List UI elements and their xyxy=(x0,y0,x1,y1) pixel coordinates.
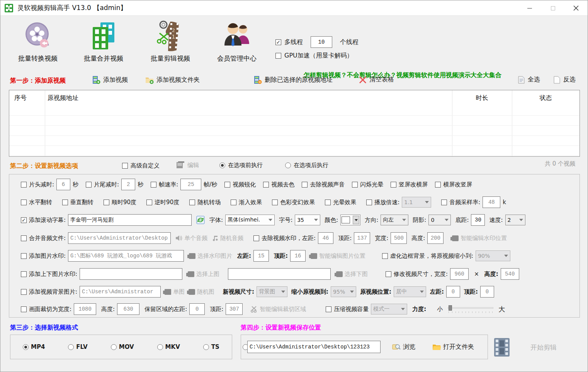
thread-count-input[interactable] xyxy=(311,36,332,48)
font-select[interactable]: 黑体(simhei. xyxy=(225,215,275,225)
select-all-button[interactable]: 全选 xyxy=(517,76,540,84)
rotate-ccw-checkbox[interactable] xyxy=(146,200,152,205)
resize-video-checkbox[interactable] xyxy=(386,271,391,277)
sample-rate-input[interactable] xyxy=(483,196,500,208)
rotate-cw-checkbox[interactable] xyxy=(104,200,109,205)
bg-top-input[interactable] xyxy=(480,286,494,298)
gpu-checkbox[interactable] xyxy=(275,53,281,59)
minimize-button[interactable] xyxy=(518,0,541,16)
format-radio-flv[interactable] xyxy=(68,344,74,350)
halo-checkbox[interactable] xyxy=(325,200,331,205)
shrink-to-select[interactable]: 95% xyxy=(331,286,356,297)
horizontal-to-vertical-checkbox[interactable] xyxy=(435,182,441,188)
delete-selected-button[interactable]: 删除已选择的原视频地址 xyxy=(253,76,333,84)
toolbar-item-batch-edit[interactable]: 2 1 批量剪辑视频 xyxy=(141,20,199,63)
clear-table-button[interactable]: 清空表格 xyxy=(359,76,394,84)
add-folder-button[interactable]: 添加视频文件夹 xyxy=(145,76,200,84)
compress-mode-select[interactable]: 模式一 xyxy=(371,304,407,315)
head-trim-input[interactable] xyxy=(56,179,70,190)
format-radio-ts[interactable] xyxy=(203,344,209,350)
invert-selection-button[interactable]: 反选 xyxy=(553,76,576,84)
start-filmstrip-icon[interactable] xyxy=(492,337,512,357)
advanced-custom-checkbox[interactable] xyxy=(122,163,128,169)
open-folder-button[interactable]: 打开文件夹 xyxy=(432,343,474,351)
random-transition-checkbox[interactable] xyxy=(189,200,195,205)
watermark-width-input[interactable] xyxy=(391,232,407,244)
color-fx-checkbox[interactable] xyxy=(272,200,278,205)
playback-speed-checkbox[interactable] xyxy=(366,200,372,205)
image-left-input[interactable] xyxy=(253,250,269,262)
keep-top-input[interactable] xyxy=(226,303,243,315)
scroll-subtitle-input[interactable] xyxy=(68,214,192,226)
start-edit-button[interactable]: 开始剪辑 xyxy=(530,343,557,352)
top-bottom-watermark-checkbox[interactable] xyxy=(21,271,27,277)
merge-audio-checkbox[interactable] xyxy=(21,235,27,241)
merge-audio-path-input[interactable] xyxy=(68,232,171,244)
remove-watermark-checkbox[interactable] xyxy=(253,235,259,241)
toolbar-item-member-center[interactable]: 会员管理中心 xyxy=(208,20,266,63)
close-button[interactable] xyxy=(564,0,588,16)
image-watermark-path-input[interactable] xyxy=(68,250,184,262)
color-dropdown-button[interactable] xyxy=(353,216,359,224)
watermark-height-input[interactable] xyxy=(427,232,444,244)
image-top-input[interactable] xyxy=(290,250,306,262)
compress-checkbox[interactable] xyxy=(326,306,331,312)
keep-left-input[interactable] xyxy=(189,303,205,315)
flicker-checkbox[interactable] xyxy=(352,182,358,188)
format-radio-mkv[interactable] xyxy=(157,344,163,350)
blur-shrink-select[interactable]: 90% xyxy=(476,250,510,261)
tail-trim-input[interactable] xyxy=(121,179,135,190)
scroll-subtitle-checkbox[interactable] xyxy=(21,217,27,223)
format-option-mov[interactable]: MOV xyxy=(111,343,134,350)
refresh-subtitle-icon[interactable] xyxy=(196,215,205,225)
video-position-select[interactable]: 居中 xyxy=(394,286,426,297)
bottom-margin-input[interactable] xyxy=(471,214,485,226)
crop-height-input[interactable] xyxy=(117,303,139,315)
format-option-flv[interactable]: FLV xyxy=(68,343,87,350)
crop-width-input[interactable] xyxy=(74,303,96,315)
decolor-checkbox[interactable] xyxy=(263,182,269,188)
font-size-select[interactable]: 35 xyxy=(295,215,320,225)
fps-checkbox[interactable] xyxy=(151,182,156,188)
head-trim-checkbox[interactable] xyxy=(21,182,27,188)
crop-checkbox[interactable] xyxy=(21,306,27,312)
exec-after-option[interactable]: 在选项后执行 xyxy=(285,162,328,169)
maximize-button[interactable] xyxy=(541,0,564,16)
font-color-select[interactable] xyxy=(340,215,360,225)
bottom-image-path-input[interactable] xyxy=(228,268,331,280)
vertical-to-horizontal-checkbox[interactable] xyxy=(391,182,396,188)
flip-v-checkbox[interactable] xyxy=(62,200,68,205)
shadow-select[interactable]: 0 xyxy=(428,215,451,225)
format-radio-mp4[interactable] xyxy=(23,344,29,350)
exec-before-option[interactable]: 在选项前执行 xyxy=(219,162,263,169)
bg-image-checkbox[interactable] xyxy=(21,289,27,295)
fps-input[interactable] xyxy=(180,179,201,190)
blur-border-checkbox[interactable] xyxy=(382,253,388,259)
exec-after-radio[interactable] xyxy=(285,162,291,168)
bg-left-input[interactable] xyxy=(446,286,460,298)
save-path-input[interactable] xyxy=(247,341,381,353)
bg-image-path-input[interactable] xyxy=(80,286,161,298)
add-video-button[interactable]: 添加视频 xyxy=(92,76,128,84)
resize-width-input[interactable] xyxy=(450,268,469,280)
image-watermark-checkbox[interactable] xyxy=(21,253,27,259)
flip-h-checkbox[interactable] xyxy=(21,200,27,205)
resize-height-input[interactable] xyxy=(501,268,519,280)
video-table[interactable]: 序号 原视频地址 时长 状态 xyxy=(9,90,580,157)
tail-trim-checkbox[interactable] xyxy=(86,182,92,188)
sharpen-checkbox[interactable] xyxy=(224,182,230,188)
format-option-mp4[interactable]: MP4 xyxy=(23,343,45,350)
watermark-top-input[interactable] xyxy=(354,232,370,244)
playback-speed-select[interactable]: 1.1 xyxy=(402,197,431,208)
toolbar-item-batch-merge[interactable]: 批量合并视频 xyxy=(75,20,133,63)
multithread-checkbox[interactable] xyxy=(275,39,281,45)
format-option-mkv[interactable]: MKV xyxy=(157,343,180,350)
sample-rate-checkbox[interactable] xyxy=(441,200,447,205)
new-size-select[interactable]: 背景图 xyxy=(257,286,287,297)
browse-button[interactable]: 浏览 xyxy=(392,343,415,351)
direction-select[interactable]: 向左 xyxy=(381,215,408,225)
watermark-left-input[interactable] xyxy=(318,232,333,244)
strength-slider[interactable] xyxy=(448,305,493,313)
fade-in-checkbox[interactable] xyxy=(231,200,236,205)
format-radio-mov[interactable] xyxy=(111,344,117,350)
